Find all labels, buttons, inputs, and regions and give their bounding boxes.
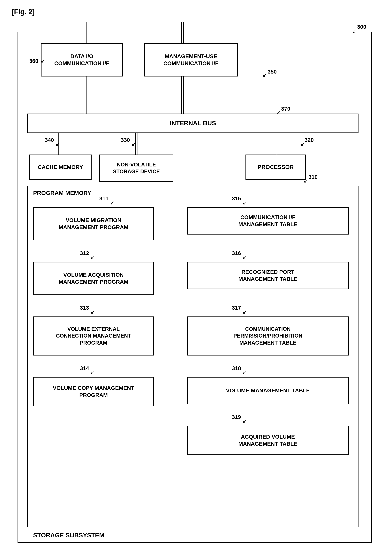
ref-340: 340	[45, 137, 54, 143]
ref-317: 317	[232, 305, 241, 311]
cache-memory-box: CACHE MEMORY	[29, 155, 92, 180]
ref-315: 315	[232, 196, 241, 202]
internal-bus-box: INTERNAL BUS	[27, 113, 358, 133]
ref-350: 350	[267, 69, 277, 75]
vol-external-box: VOLUME EXTERNAL CONNECTION MANAGEMENT PR…	[33, 317, 154, 355]
ref-316: 316	[232, 250, 241, 256]
ref-370: 370	[281, 106, 290, 112]
curve-315: ↙	[242, 200, 247, 206]
conn-data-io-bus	[84, 76, 87, 115]
ref-320: 320	[304, 137, 314, 143]
ref-318: 318	[232, 365, 241, 372]
mgmt-comm-box: MANAGEMENT-USE COMMUNICATION I/F	[144, 43, 238, 76]
non-volatile-box: NON-VOLATILE STORAGE DEVICE	[99, 155, 173, 182]
curve-300: ↙	[352, 28, 356, 34]
curve-340: ↙	[55, 141, 60, 147]
curve-370: ↙	[276, 110, 281, 116]
top-left-connector	[84, 22, 87, 45]
top-right-connector	[181, 22, 184, 45]
conn-bus-proc	[277, 133, 277, 157]
fig-label: [Fig. 2]	[12, 8, 380, 16]
vol-copy-box: VOLUME COPY MANAGEMENT PROGRAM	[33, 377, 154, 406]
ref-360: 360	[29, 58, 38, 64]
recog-port-box: RECOGNIZED PORT MANAGEMENT TABLE	[187, 262, 349, 289]
conn-mgmt-bus	[181, 76, 184, 115]
program-memory-label: PROGRAM MEMORY	[33, 190, 91, 196]
curve-319: ↙	[242, 418, 247, 424]
acq-vol-box: ACQUIRED VOLUME MANAGEMENT TABLE	[187, 426, 349, 455]
vol-mgmt-box: VOLUME MANAGEMENT TABLE	[187, 377, 349, 404]
curve-313: ↙	[91, 309, 95, 315]
curve-330: ↙	[132, 141, 136, 147]
curve-314: ↙	[91, 370, 95, 376]
processor-box: PROCESSOR	[246, 155, 306, 180]
ref-314: 314	[80, 365, 89, 372]
ref-311: 311	[99, 196, 108, 202]
diagram: 300 DATA I/O COMMUNICATION I/F MANAGEMEN…	[12, 22, 378, 549]
curve-320: ↙	[301, 141, 305, 147]
curve-317: ↙	[242, 309, 247, 315]
curve-310: ↙	[303, 178, 308, 184]
curve-360: ↙	[41, 58, 45, 64]
ref-310: 310	[308, 174, 318, 180]
curve-316: ↙	[242, 254, 247, 261]
curve-311: ↙	[110, 200, 114, 206]
ref-330: 330	[121, 137, 130, 143]
conn-bus-nonvol	[135, 133, 138, 157]
data-io-box: DATA I/O COMMUNICATION I/F	[41, 43, 123, 76]
ref-319: 319	[232, 414, 241, 420]
storage-subsystem-label: STORAGE SUBSYSTEM	[33, 532, 104, 539]
curve-312: ↙	[91, 254, 95, 261]
curve-318: ↙	[242, 370, 247, 376]
vol-acquisition-box: VOLUME ACQUISITION MANAGEMENT PROGRAM	[33, 262, 154, 295]
ref-313: 313	[80, 305, 89, 311]
curve-350: ↙	[263, 72, 267, 78]
comm-if-mgmt-box: COMMUNICATION I/F MANAGEMENT TABLE	[187, 207, 349, 234]
comm-perm-box: COMMUNICATION PERMISSION/PROHIBITION MAN…	[187, 317, 349, 355]
ref-300: 300	[357, 24, 366, 30]
ref-312: 312	[80, 250, 89, 256]
vol-migration-box: VOLUME MIGRATION MANAGEMENT PROGRAM	[33, 207, 154, 240]
